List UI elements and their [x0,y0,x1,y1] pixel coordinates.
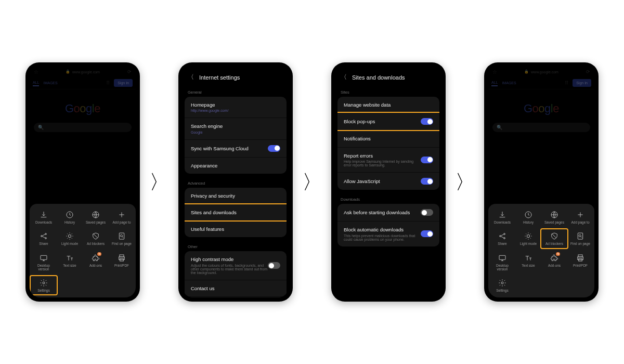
general-card: Homepage http://www.google.com/ Search e… [185,97,287,174]
addon-badge: N [97,252,101,256]
row-allow-js[interactable]: Allow JavaScript [337,172,439,190]
toggle-report-errors[interactable] [421,157,433,163]
svg-point-18 [527,235,529,238]
menu-light-mode[interactable]: Light mode [515,229,541,248]
menu-desktop-version[interactable]: Desktop version [31,251,57,273]
row-report-errors[interactable]: Report errors Help improve Samsung Inter… [337,147,439,172]
menu-settings[interactable]: Settings [489,276,515,294]
toggle-allow-js[interactable] [421,178,433,185]
history-icon [524,210,533,219]
menu-print-pdf[interactable]: Print/PDF [567,251,593,273]
toggle-sync[interactable] [268,145,280,152]
section-downloads: Downloads [335,194,441,204]
phone-step-2: 〈 Internet settings General Homepage htt… [178,62,293,302]
chevron-right-icon: 〉 [455,169,475,196]
menu-add-ons[interactable]: N Add-ons [83,251,109,273]
row-about[interactable]: About Samsung Internet [185,296,287,297]
row-ask-before[interactable]: Ask before starting downloads [337,204,439,221]
share-icon [39,231,48,241]
row-block-popups[interactable]: Block pop-ups [337,112,439,131]
menu-share[interactable]: Share [31,229,57,248]
puzzle-icon: N [91,253,100,263]
other-card: High contrast mode Adjust the colours of… [185,251,287,297]
section-general: General [183,87,289,97]
downloads-card: Ask before starting downloads Block auto… [337,204,439,246]
row-useful-features[interactable]: Useful features [185,220,287,237]
svg-point-17 [504,238,505,239]
menu-downloads[interactable]: Downloads [489,208,515,226]
toggle-ask-before[interactable] [421,209,433,216]
menu-add-page[interactable]: Add page to [567,208,593,226]
row-notifications[interactable]: Notifications [337,130,439,147]
puzzle-icon: N [550,253,559,263]
menu-find-on-page[interactable]: Find on page [109,229,135,248]
menu-history[interactable]: History [515,208,541,226]
chevron-right-icon: 〉 [149,169,169,196]
toggle-block-popups[interactable] [421,118,433,125]
section-sites: Sites [335,87,441,97]
back-icon[interactable]: 〈 [188,73,194,82]
row-sync-cloud[interactable]: Sync with Samsung Cloud [185,139,287,157]
row-block-auto-downloads[interactable]: Block automatic downloads This helps pre… [337,221,439,246]
gear-icon [498,278,507,288]
header-title: Sites and downloads [352,74,405,81]
menu-text-size[interactable]: Text size [57,251,83,273]
menu-ad-blockers[interactable]: Ad blockers [83,229,109,248]
settings-header: 〈 Internet settings [183,67,289,87]
row-privacy[interactable]: Privacy and security [185,188,287,204]
shield-icon [91,231,100,241]
menu-light-mode[interactable]: Light mode [57,229,83,248]
menu-downloads[interactable]: Downloads [31,208,57,226]
menu-saved-pages[interactable]: Saved pages [83,208,109,226]
svg-rect-19 [578,233,582,239]
menu-share[interactable]: Share [489,229,515,248]
row-homepage[interactable]: Homepage http://www.google.com/ [185,97,287,118]
download-icon [498,210,507,219]
row-appearance[interactable]: Appearance [185,157,287,174]
row-search-engine[interactable]: Search engine Google [185,118,287,139]
row-manage-website-data[interactable]: Manage website data [337,97,439,113]
back-icon[interactable]: 〈 [341,73,347,82]
menu-saved-pages[interactable]: Saved pages [541,208,567,226]
share-icon [498,231,507,241]
phone-step-4: ☆ 🔒 www.google.com ⟳ ALL IMAGES ⠿ Sign I… [484,62,599,302]
menu-add-page[interactable]: Add page to [109,208,135,226]
desktop-icon [39,253,48,263]
menu-desktop-version[interactable]: Desktop version [489,251,515,273]
text-size-icon [65,253,74,263]
history-icon [65,210,74,219]
section-other: Other [183,241,289,251]
menu-add-ons[interactable]: N Add-ons [541,251,567,273]
settings-header: 〈 Sites and downloads [335,67,441,87]
menu-print-pdf[interactable]: Print/PDF [109,251,135,273]
globe-icon [91,210,100,219]
svg-point-5 [68,235,71,238]
svg-point-4 [45,238,47,239]
svg-rect-22 [578,255,582,257]
menu-settings[interactable]: Settings [31,276,57,294]
gear-icon [39,278,48,288]
text-size-icon [524,253,533,263]
download-icon [39,210,48,219]
browser-menu: Downloads History Saved pages Add page t… [488,204,594,297]
menu-find-on-page[interactable]: Find on page [567,229,593,248]
shield-icon [550,231,559,241]
phone-step-1: ☆ 🔒 www.google.com ⟳ ALL IMAGES ⠿ Sign I… [25,62,140,302]
toggle-high-contrast[interactable] [268,262,280,269]
row-contact-us[interactable]: Contact us [185,280,287,296]
addon-badge: N [556,252,560,256]
phone-step-3: 〈 Sites and downloads Sites Manage websi… [331,62,446,302]
row-sites-downloads[interactable]: Sites and downloads [185,203,287,222]
svg-point-2 [41,236,43,237]
svg-point-15 [500,236,501,237]
toggle-block-auto[interactable] [421,230,433,237]
svg-point-16 [504,233,505,235]
row-high-contrast[interactable]: High contrast mode Adjust the colours of… [185,251,287,279]
menu-history[interactable]: History [57,208,83,226]
find-icon [117,231,126,241]
globe-icon [550,210,559,219]
menu-ad-blockers[interactable]: Ad blockers [541,229,567,248]
svg-rect-21 [499,255,505,259]
section-advanced: Advanced [183,178,289,188]
menu-text-size[interactable]: Text size [515,251,541,273]
